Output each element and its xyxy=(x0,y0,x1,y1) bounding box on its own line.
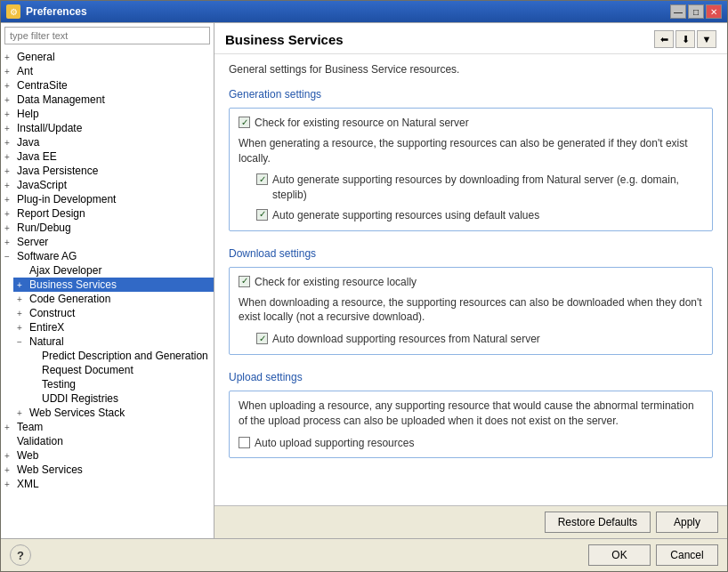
sidebar-item-report-design[interactable]: + Report Design xyxy=(1,206,214,221)
sidebar-item-javascript[interactable]: + JavaScript xyxy=(1,178,214,192)
footer-right-buttons: OK Cancel xyxy=(588,544,718,566)
sidebar-item-label: Request Document xyxy=(42,364,133,376)
sidebar-item-label: Java EE xyxy=(17,150,57,163)
sidebar-item-entirex[interactable]: + EntireX xyxy=(13,320,214,334)
sidebar-item-software-ag[interactable]: − Software AG xyxy=(1,249,214,263)
ok-button[interactable]: OK xyxy=(588,544,651,566)
sidebar-item-label: Software AG xyxy=(17,250,77,262)
expander-icon: + xyxy=(4,238,17,247)
auto-upload-row: Auto upload supporting resources xyxy=(239,436,703,451)
sidebar-item-java[interactable]: + Java xyxy=(1,135,214,149)
sidebar-item-centrasite[interactable]: + CentraSite xyxy=(1,78,214,93)
expander-icon: + xyxy=(17,294,29,304)
help-button[interactable]: ? xyxy=(10,544,31,566)
expander-icon: + xyxy=(17,309,29,318)
expander-icon: + xyxy=(17,408,29,418)
sidebar-item-label: Testing xyxy=(42,378,76,391)
back-button[interactable]: ⬅ xyxy=(654,30,674,48)
expander-icon: + xyxy=(4,138,17,148)
expander-icon: + xyxy=(4,479,17,489)
sidebar-item-general[interactable]: + General xyxy=(1,50,214,64)
upload-settings-group: Upload settings When uploading a resourc… xyxy=(229,371,713,458)
panel-body: General settings for Business Service re… xyxy=(214,54,727,505)
auto-download-row: Auto download supporting resources from … xyxy=(256,332,703,347)
auto-generate-download-label: Auto generate supporting resources by do… xyxy=(272,173,703,203)
restore-defaults-button[interactable]: Restore Defaults xyxy=(545,512,651,533)
panel-header: Business Services ⬅ ⬇ ▼ xyxy=(214,23,727,54)
sidebar-item-label: General xyxy=(17,51,55,63)
window-icon: ⚙ xyxy=(6,4,20,19)
expander-icon: + xyxy=(4,152,17,162)
sidebar-item-natural[interactable]: − Natural xyxy=(13,334,214,349)
upload-settings-border: When uploading a resource, any supportin… xyxy=(229,391,713,458)
sidebar-item-ajax-developer[interactable]: Ajax Developer xyxy=(13,263,214,278)
forward-icon: ⬇ xyxy=(682,34,690,45)
window-title: Preferences xyxy=(26,5,87,18)
minimize-button[interactable]: — xyxy=(670,4,686,19)
sidebar-item-label: Java Persistence xyxy=(17,165,98,177)
sidebar-item-uddi-registries[interactable]: UDDI Registries xyxy=(26,391,214,406)
sidebar-item-web-services-stack[interactable]: + Web Services Stack xyxy=(13,406,214,420)
sidebar-item-testing[interactable]: Testing xyxy=(26,377,214,391)
sidebar-item-request-document[interactable]: Request Document xyxy=(26,363,214,377)
close-button[interactable]: ✕ xyxy=(706,4,722,19)
sidebar-item-predict[interactable]: Predict Description and Generation xyxy=(26,349,214,363)
sidebar-item-help[interactable]: + Help xyxy=(1,107,214,121)
auto-upload-checkbox[interactable] xyxy=(239,437,250,448)
upload-settings-title: Upload settings xyxy=(229,371,713,383)
download-settings-border: Check for existing resource locally When… xyxy=(229,267,713,355)
expander-icon: + xyxy=(17,280,29,290)
sidebar-item-validation[interactable]: Validation xyxy=(1,434,214,448)
sidebar-item-team[interactable]: + Team xyxy=(1,420,214,434)
download-settings-title: Download settings xyxy=(229,247,713,260)
check-existing-local-label: Check for existing resource locally xyxy=(255,275,417,290)
auto-generate-default-checkbox[interactable] xyxy=(256,209,268,221)
maximize-button[interactable]: □ xyxy=(688,4,704,19)
apply-button[interactable]: Apply xyxy=(656,512,718,533)
expander-icon: + xyxy=(4,67,17,77)
sidebar-item-label: Web Services xyxy=(17,463,83,476)
sidebar-item-label: Java xyxy=(17,136,39,149)
sidebar-item-label: Web xyxy=(17,449,38,462)
panel-toolbar: ⬅ ⬇ ▼ xyxy=(654,30,716,48)
sidebar-item-plugin-development[interactable]: + Plug-in Development xyxy=(1,192,214,206)
expander-icon: + xyxy=(4,195,17,205)
sidebar-item-java-persistence[interactable]: + Java Persistence xyxy=(1,164,214,178)
auto-generate-download-checkbox[interactable] xyxy=(256,173,268,185)
filter-input[interactable] xyxy=(4,27,210,44)
sidebar-item-server[interactable]: + Server xyxy=(1,235,214,249)
expander-icon: + xyxy=(4,465,17,475)
check-existing-checkbox[interactable] xyxy=(239,117,250,128)
sidebar-item-label: Help xyxy=(17,108,39,120)
sidebar-item-run-debug[interactable]: + Run/Debug xyxy=(1,221,214,235)
check-existing-local-checkbox[interactable] xyxy=(239,276,250,287)
sidebar-item-business-services[interactable]: + Business Services xyxy=(13,278,214,292)
expander-icon: + xyxy=(4,81,17,91)
auto-download-checkbox[interactable] xyxy=(256,333,268,344)
sidebar-item-java-ee[interactable]: + Java EE xyxy=(1,149,214,164)
sidebar-item-web[interactable]: + Web xyxy=(1,448,214,463)
sidebar-item-label: Team xyxy=(17,421,43,433)
cancel-button[interactable]: Cancel xyxy=(656,544,718,566)
sidebar-item-install-update[interactable]: + Install/Update xyxy=(1,121,214,135)
sidebar-item-label: EntireX xyxy=(29,321,64,334)
auto-generate-download-row: Auto generate supporting resources by do… xyxy=(256,173,703,203)
expander-icon: + xyxy=(4,166,17,176)
main-content: + General + Ant + CentraSite + Data Mana… xyxy=(1,22,727,538)
forward-button[interactable]: ⬇ xyxy=(675,30,695,48)
sidebar-item-xml[interactable]: + XML xyxy=(1,477,214,491)
expander-icon: + xyxy=(4,451,17,461)
sidebar-item-label: Server xyxy=(17,236,48,248)
sidebar-item-code-generation[interactable]: + Code Generation xyxy=(13,292,214,306)
sidebar-item-data-management[interactable]: + Data Management xyxy=(1,93,214,107)
sidebar-item-label: Data Management xyxy=(17,93,105,106)
sidebar-item-construct[interactable]: + Construct xyxy=(13,306,214,320)
menu-button[interactable]: ▼ xyxy=(697,30,716,48)
sidebar-item-ant[interactable]: + Ant xyxy=(1,64,214,78)
sidebar-item-web-services[interactable]: + Web Services xyxy=(1,463,214,477)
expander-icon: + xyxy=(4,181,17,190)
sidebar-item-label: Natural xyxy=(29,335,64,348)
preferences-window: ⚙ Preferences — □ ✕ + General + Ant xyxy=(0,0,728,572)
auto-generate-default-label: Auto generate supporting resources using… xyxy=(272,208,539,223)
sidebar-item-label: JavaScript xyxy=(17,179,67,191)
